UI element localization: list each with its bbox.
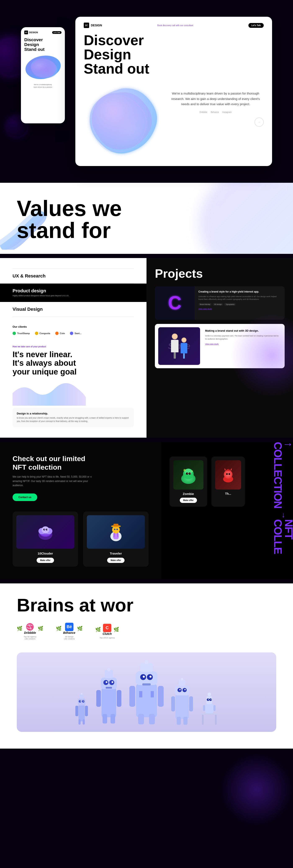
- behance-platform-name: Béhance: [63, 631, 75, 634]
- svg-rect-50: [102, 714, 107, 723]
- svg-point-11: [47, 529, 47, 529]
- spacer-1: [0, 179, 293, 183]
- bottom-spacer: [0, 749, 293, 765]
- client-coin: Coin: [55, 332, 65, 335]
- svg-rect-18: [113, 524, 118, 526]
- svg-rect-86: [202, 715, 204, 725]
- client-name-truststamp: TrustStamp: [17, 332, 30, 335]
- social-link-dribbble[interactable]: Dribbble: [200, 111, 207, 113]
- mobile-headline: Discover Design Stand out: [24, 37, 61, 52]
- service-item-ux[interactable]: UX & Research: [12, 269, 134, 283]
- nft-card-4th-img: [215, 460, 241, 490]
- behance-letter: Bé: [66, 624, 72, 629]
- robot-4-svg: [170, 678, 195, 725]
- nft-card-10clouder[interactable]: 10Clouder Make offer: [12, 512, 78, 567]
- nft-card-traveler[interactable]: Traveler Make offer: [83, 512, 149, 567]
- svg-line-19: [114, 533, 114, 537]
- dribbble-logo-svg: [26, 623, 34, 631]
- service-title-product: Product design: [12, 288, 134, 293]
- nft-make-offer-traveler[interactable]: Make offer: [107, 558, 124, 563]
- nft-card-zombie[interactable]: Zombie Make offer: [170, 457, 207, 507]
- client-dot-conquota: [35, 332, 38, 335]
- never-linear-blob-area: [12, 380, 134, 406]
- behance-icon-row: 🌿 Bé Béhance 🌿: [56, 623, 83, 634]
- svg-rect-45: [80, 694, 84, 699]
- mobile-top-bar: 1C DESIGN Let's Talk: [24, 31, 61, 34]
- svg-point-16: [116, 529, 118, 530]
- service-item-product[interactable]: Product design Highly skilled product de…: [0, 283, 146, 302]
- desktop-hero-content: We're a multidisciplinary team driven by…: [84, 83, 264, 158]
- nft-card-name-traveler: Traveler: [87, 552, 145, 555]
- nft-combined-section: Check out our limited NFT collection We …: [0, 442, 293, 579]
- project-link-onlouder[interactable]: View case study: [198, 308, 281, 310]
- values-headline: Values we stand for: [17, 197, 276, 241]
- spacer-2: [0, 254, 293, 258]
- clutch-platform-name: Clutch: [102, 632, 112, 636]
- nft-card-4th[interactable]: Th...: [211, 457, 245, 507]
- svg-point-43: [80, 701, 81, 702]
- project-desc-smile: Smile is a voluntary payment card. The t…: [205, 334, 280, 340]
- circle-button[interactable]: →: [255, 118, 264, 127]
- 4th-nft-svg: [220, 465, 236, 484]
- svg-rect-57: [105, 670, 113, 678]
- nft-card-name-10clouder: 10Clouder: [16, 552, 74, 555]
- design-relationship-box: Design is a relationship. to know you an…: [12, 408, 134, 427]
- hero-outer-section: 1C DESIGN Let's Talk Discover Design Sta…: [0, 0, 293, 179]
- nft-vertical-text-collection: ↑ COLLECTION: [272, 442, 293, 508]
- client-dot-sant: [70, 332, 73, 335]
- nft-make-offer-10clouder[interactable]: Make offer: [37, 558, 54, 563]
- nft-card-10clouder-img: [16, 515, 74, 549]
- svg-point-71: [144, 660, 149, 664]
- behance-award-desc: 3D design Like creators: [64, 636, 75, 640]
- client-truststamp: TrustStamp: [12, 332, 30, 335]
- clients-label: Our clients: [12, 325, 134, 328]
- svg-line-20: [118, 533, 118, 537]
- svg-point-95: [210, 699, 211, 700]
- never-linear-preview: How we take care of your product It's ne…: [12, 345, 134, 427]
- behance-info: Bé Béhance: [63, 623, 75, 634]
- project-info-onlouder: Creating a brand style for a high-yield …: [195, 286, 285, 320]
- desktop-discovery-link[interactable]: Book discovery call with our consultant: [157, 24, 193, 27]
- client-sant: Sant...: [70, 332, 81, 335]
- mobile-logo: 1C DESIGN: [24, 31, 38, 34]
- svg-point-92: [207, 699, 209, 701]
- svg-point-82: [184, 689, 186, 690]
- svg-point-69: [149, 676, 151, 678]
- nft-bottom-cards-row: Zombie Make offer: [170, 457, 285, 507]
- svg-rect-88: [205, 704, 213, 713]
- svg-point-10: [44, 529, 45, 529]
- nft-info-panel: Check out our limited NFT collection We …: [0, 442, 161, 579]
- svg-rect-85: [200, 713, 219, 715]
- desktop-top-bar: 1C DESIGN Book discovery call with our c…: [84, 23, 264, 28]
- social-link-behance[interactable]: Behance: [211, 111, 219, 113]
- c-letter-svg: C: [162, 290, 187, 315]
- nft-cta-button[interactable]: Contact us: [12, 494, 37, 501]
- nft-card-zombie-img: [173, 460, 203, 490]
- social-link-instagram[interactable]: Instagram: [222, 111, 232, 113]
- desktop-blob-svg: [84, 83, 159, 158]
- svg-rect-75: [189, 696, 193, 711]
- nft-make-offer-zombie[interactable]: Make offer: [180, 498, 197, 503]
- service-item-visual[interactable]: Visual Design: [12, 302, 134, 317]
- project-link-smile[interactable]: View case study: [205, 343, 280, 345]
- services-projects-section: UX & Research Product design Highly skil…: [0, 258, 293, 438]
- robot-1-svg: [73, 692, 90, 725]
- desktop-logo-box: 1C: [84, 23, 89, 28]
- nft-card-name-zombie: Zombie: [173, 492, 203, 496]
- desktop-mockup: 1C DESIGN Book discovery call with our c…: [75, 17, 272, 166]
- desktop-logo-label: DESIGN: [91, 24, 102, 27]
- project-card-onlouder[interactable]: C Creating a brand style for a high-yiel…: [155, 286, 285, 320]
- old-man-head: [172, 334, 178, 339]
- desktop-cta-btn[interactable]: Let's Talk: [248, 23, 264, 28]
- mobile-cta-btn[interactable]: Let's Talk: [52, 31, 62, 34]
- dribbble-info: Dribbble: [24, 623, 36, 634]
- svg-point-41: [79, 700, 81, 703]
- smile-characters: [169, 332, 189, 361]
- svg-rect-65: [136, 671, 157, 685]
- svg-rect-35: [79, 705, 85, 721]
- svg-rect-48: [96, 690, 101, 707]
- client-conquota: Conguota: [35, 332, 50, 335]
- svg-point-68: [143, 676, 145, 678]
- project-card-smile[interactable]: Smile: [155, 324, 285, 368]
- client-dot-truststamp: [12, 332, 16, 335]
